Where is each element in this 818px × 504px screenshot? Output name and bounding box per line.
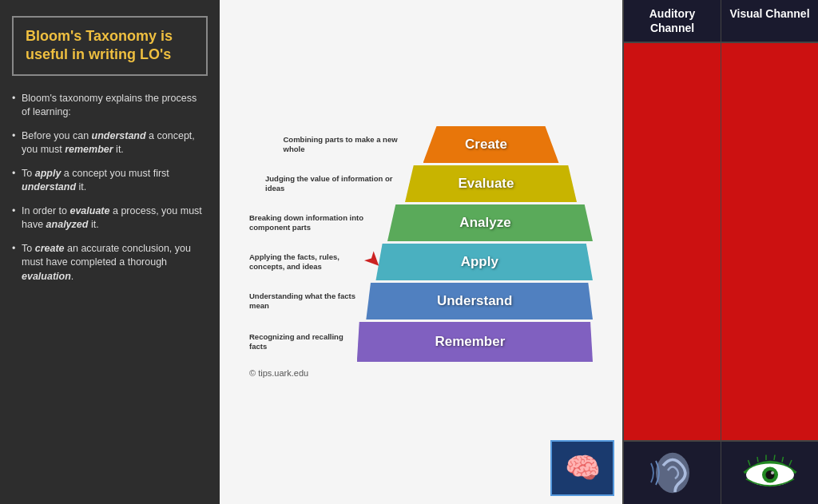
bullet-1: Bloom's taxonomy explains the process of… xyxy=(12,92,208,120)
visual-channel-content xyxy=(721,43,818,440)
remember-label: Remember xyxy=(435,334,505,350)
create-label: Create xyxy=(465,137,507,153)
visual-channel-header: Visual Channel xyxy=(721,0,818,42)
auditory-channel-label: Auditory Channel xyxy=(628,6,717,35)
bullet-list: Bloom's taxonomy explains the process of… xyxy=(12,92,208,284)
right-panel: Auditory Channel Visual Channel xyxy=(622,0,818,504)
understand-desc: Understanding what the facts mean xyxy=(249,292,366,311)
pyramid-row-remember: Recognizing and recalling facts Remember xyxy=(249,322,593,362)
brain-icon: 🧠 xyxy=(565,451,601,485)
remember-bar: Remember xyxy=(357,322,593,362)
apply-desc: Applying the facts, rules, concepts, and… xyxy=(249,252,375,272)
apply-label: Apply xyxy=(461,254,498,270)
bullet-3: To apply a concept you must first unders… xyxy=(12,167,208,195)
bullet-2: Before you can understand a concept, you… xyxy=(12,129,208,157)
auditory-thumbnail xyxy=(624,442,721,504)
slide-title: Bloom's Taxonomy is useful in writing LO… xyxy=(26,27,194,65)
left-panel: Bloom's Taxonomy is useful in writing LO… xyxy=(0,0,220,504)
title-box: Bloom's Taxonomy is useful in writing LO… xyxy=(12,16,208,76)
channel-footer xyxy=(624,440,818,504)
bullet-5: To create an accurate conclusion, you mu… xyxy=(12,242,208,284)
ear-icon xyxy=(649,449,697,497)
svg-line-2 xyxy=(748,460,750,466)
auditory-channel-header: Auditory Channel xyxy=(624,0,721,42)
channel-header: Auditory Channel Visual Channel xyxy=(624,0,818,43)
svg-line-7 xyxy=(789,460,792,466)
analyze-desc: Breaking down information into component… xyxy=(249,213,387,232)
auditory-channel-content xyxy=(624,43,721,440)
svg-line-5 xyxy=(774,455,775,461)
bullet-4: In order to evaluate a process, you must… xyxy=(12,204,208,232)
remember-desc: Recognizing and recalling facts xyxy=(249,332,357,351)
bloom-pyramid: Combining parts to make a new whole Crea… xyxy=(249,126,593,378)
apply-bar: Apply xyxy=(375,244,593,280)
visual-channel-label: Visual Channel xyxy=(725,6,814,21)
svg-line-6 xyxy=(782,457,784,462)
pyramid-row-create: Combining parts to make a new whole Crea… xyxy=(249,126,593,163)
pyramid-row-evaluate: Judging the value of information or idea… xyxy=(249,165,593,202)
copyright: © tips.uark.edu xyxy=(249,368,593,378)
analyze-bar: Analyze xyxy=(387,204,593,241)
channel-body xyxy=(624,43,818,440)
svg-point-10 xyxy=(771,471,774,474)
visual-thumbnail xyxy=(721,442,818,504)
pyramid-row-apply: ➤ Applying the facts, rules, concepts, a… xyxy=(249,244,593,280)
understand-label: Understand xyxy=(437,293,512,309)
analyze-label: Analyze xyxy=(459,215,510,231)
evaluate-bar: Evaluate xyxy=(405,165,577,202)
eye-icon xyxy=(742,453,798,493)
create-bar: Create xyxy=(423,126,559,163)
center-panel: Combining parts to make a new whole Crea… xyxy=(220,0,622,504)
svg-line-3 xyxy=(757,457,758,462)
evaluate-label: Evaluate xyxy=(459,176,514,192)
understand-bar: Understand xyxy=(366,283,593,319)
evaluate-desc: Judging the value of information or idea… xyxy=(265,174,405,193)
pyramid-row-analyze: Breaking down information into component… xyxy=(249,204,593,241)
brain-thumbnail: 🧠 xyxy=(550,440,614,496)
create-desc: Combining parts to make a new whole xyxy=(284,135,423,154)
pyramid-row-understand: Understanding what the facts mean Unders… xyxy=(249,283,593,319)
